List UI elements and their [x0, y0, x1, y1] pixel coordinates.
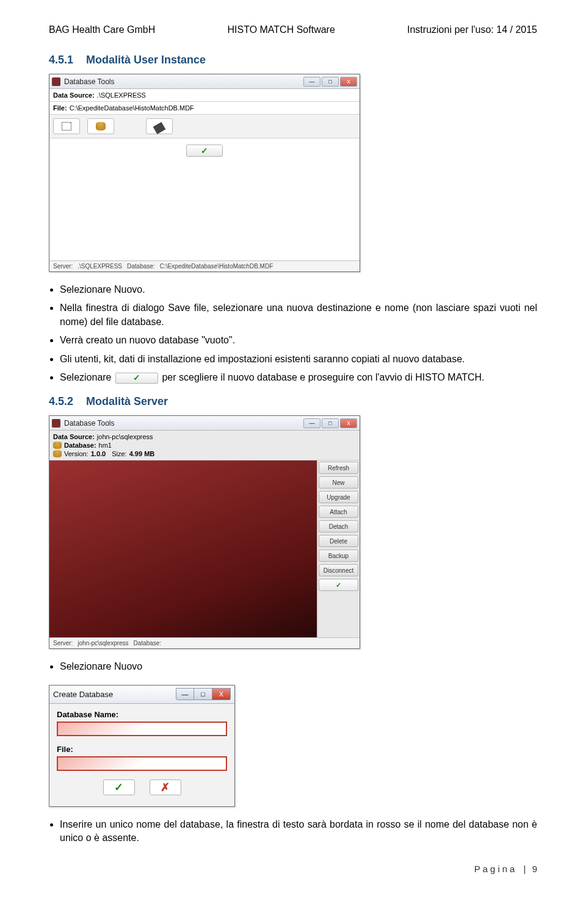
- minimize-button[interactable]: —: [176, 688, 194, 700]
- titlebar: Create Database — □ X: [49, 686, 234, 704]
- status-server-label: Server:: [53, 263, 73, 270]
- toolbar: [49, 115, 360, 138]
- bullet-list-1: Selezionare Nuovo. Nella finestra di dia…: [60, 283, 537, 384]
- page-header: BAG Health Care GmbH HISTO MATCH Softwar…: [49, 24, 537, 35]
- document-icon: [62, 122, 71, 131]
- data-source-label: Data Source:: [53, 433, 95, 440]
- check-icon: ✓: [114, 781, 123, 794]
- blank-area: [49, 163, 360, 260]
- status-db-label: Database:: [134, 640, 162, 646]
- file-input[interactable]: [57, 756, 227, 771]
- data-source-row: Data Source: .\SQLEXPRESS: [49, 89, 360, 102]
- file-label: File:: [57, 745, 227, 754]
- pencil-icon: [153, 121, 166, 134]
- maximize-button[interactable]: □: [322, 77, 339, 87]
- data-source-label: Data Source:: [53, 91, 95, 99]
- maximize-button[interactable]: □: [194, 688, 212, 700]
- version-value: 1.0.0: [91, 450, 106, 457]
- confirm-button[interactable]: ✓: [319, 579, 358, 591]
- disconnect-button[interactable]: Disconnect: [319, 564, 358, 576]
- size-value: 4.99 MB: [129, 450, 155, 457]
- status-db-value: C:\ExpediteDatabase\HistoMatchDB.MDF: [160, 263, 273, 270]
- window-title: Database Tools: [64, 419, 303, 428]
- section-451-number: 4.5.1: [49, 54, 73, 66]
- window-title: Database Tools: [64, 77, 303, 86]
- new-button[interactable]: New: [319, 476, 358, 489]
- file-label: File:: [53, 104, 67, 112]
- check-icon: ✓: [336, 581, 341, 589]
- delete-button[interactable]: Delete: [319, 535, 358, 547]
- bullet-1-5: Selezionare ✓ per scegliere il nuovo dat…: [60, 371, 537, 384]
- cross-icon: ✗: [161, 781, 170, 794]
- header-center: HISTO MATCH Software: [227, 24, 335, 35]
- size-label: Size:: [112, 450, 126, 457]
- minimize-icon: —: [182, 690, 189, 698]
- version-label: Version:: [64, 450, 89, 457]
- page-footer: Pagina | 9: [49, 864, 537, 874]
- edit-button[interactable]: [146, 118, 173, 134]
- backup-button[interactable]: Backup: [319, 550, 358, 562]
- footer-sep: |: [521, 864, 528, 874]
- section-451-heading: 4.5.1 Modalità User Instance: [49, 54, 537, 66]
- refresh-button[interactable]: Refresh: [319, 462, 358, 474]
- confirm-button[interactable]: ✓: [186, 145, 223, 157]
- create-database-dialog: Create Database — □ X Database Name: Fil…: [49, 685, 235, 807]
- section-452-heading: 4.5.2 Modalità Server: [49, 395, 537, 408]
- maximize-button[interactable]: □: [322, 418, 339, 428]
- file-value: C:\ExpediteDatabase\HistoMatchDB.MDF: [70, 104, 194, 112]
- confirm-bar: ✓: [49, 138, 360, 163]
- status-server-value: .\SQLEXPRESS: [78, 263, 122, 270]
- status-server-label: Server:: [53, 640, 73, 646]
- database-icon: [53, 442, 62, 449]
- inline-confirm-button[interactable]: ✓: [115, 373, 158, 384]
- database-value: hm1: [99, 442, 112, 449]
- check-icon: ✓: [201, 146, 208, 156]
- close-button[interactable]: X: [340, 77, 357, 87]
- bullet-1-5a: Selezionare: [60, 372, 112, 382]
- footer-page-number: 9: [532, 864, 537, 874]
- upgrade-button[interactable]: Upgrade: [319, 491, 358, 503]
- side-toolbar: Refresh New Upgrade Attach Detach Delete…: [317, 460, 360, 637]
- bullet-list-3: Inserire un unico nome del database, la …: [60, 818, 537, 845]
- window-title: Create Database: [53, 690, 176, 699]
- bullet-1-5b: per scegliere il nuovo database e proseg…: [162, 372, 484, 382]
- open-db-button[interactable]: [87, 118, 114, 134]
- database-list-area[interactable]: [49, 460, 317, 637]
- bullet-2-1: Selezionare Nuovo: [60, 660, 537, 673]
- bullet-list-2: Selezionare Nuovo: [60, 660, 537, 673]
- data-source-value: john-pc\sqlexpress: [97, 433, 153, 440]
- app-icon: [52, 77, 60, 86]
- app-icon: [52, 419, 60, 428]
- bullet-1-4: Gli utenti, kit, dati di installazione e…: [60, 353, 537, 366]
- ok-button[interactable]: ✓: [103, 779, 135, 795]
- bullet-1-1: Selezionare Nuovo.: [60, 283, 537, 296]
- database-name-input[interactable]: [57, 722, 227, 736]
- database-icon: [53, 450, 62, 457]
- close-icon: X: [219, 690, 223, 698]
- data-source-value: .\SQLEXPRESS: [97, 91, 146, 99]
- titlebar: Database Tools — □ X: [49, 416, 360, 431]
- section-452-title: Modalità Server: [86, 395, 168, 407]
- close-button[interactable]: X: [212, 688, 231, 700]
- database-label: Database:: [64, 442, 96, 449]
- bullet-1-2: Nella finestra di dialogo Save file, sel…: [60, 301, 537, 329]
- minimize-button[interactable]: —: [303, 77, 320, 87]
- database-tools-window-user: Database Tools — □ X Data Source: .\SQLE…: [49, 74, 360, 272]
- footer-label: Pagina: [474, 864, 518, 874]
- detach-button[interactable]: Detach: [319, 520, 358, 532]
- header-left: BAG Health Care GmbH: [49, 24, 155, 35]
- status-server-value: john-pc\sqlexpress: [78, 640, 128, 646]
- cancel-button[interactable]: ✗: [150, 779, 181, 795]
- maximize-icon: □: [201, 690, 205, 698]
- close-button[interactable]: X: [340, 418, 357, 428]
- header-right: Instruzioni per l'uso: 14 / 2015: [407, 24, 537, 35]
- bullet-3-1: Inserire un unico nome del database, la …: [60, 818, 537, 845]
- bullet-1-3: Verrà creato un nuovo database "vuoto".: [60, 334, 537, 347]
- statusbar: Server: john-pc\sqlexpress Database:: [49, 637, 360, 648]
- attach-button[interactable]: Attach: [319, 506, 358, 518]
- database-name-label: Database Name:: [57, 710, 227, 719]
- new-button[interactable]: [53, 118, 80, 134]
- minimize-button[interactable]: —: [303, 418, 320, 428]
- section-451-title: Modalità User Instance: [86, 54, 206, 66]
- statusbar: Server: .\SQLEXPRESS Database: C:\Expedi…: [49, 260, 360, 271]
